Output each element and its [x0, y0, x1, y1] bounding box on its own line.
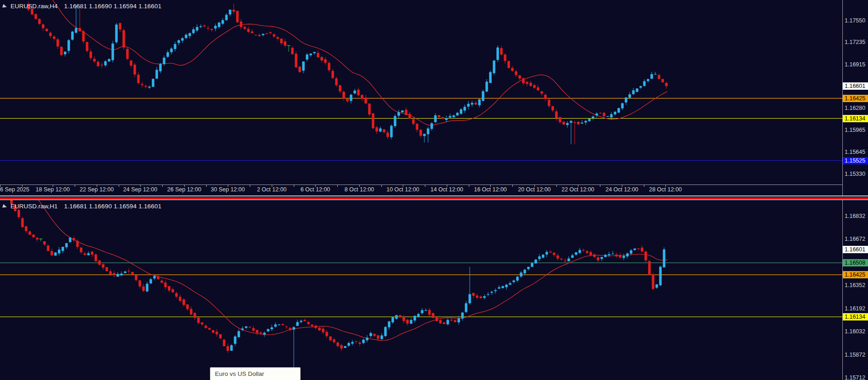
h1-chart-canvas[interactable] — [0, 200, 842, 380]
time-axis-tick — [315, 185, 316, 187]
time-axis-tick — [53, 185, 53, 187]
blue-level-price-label: 1.15525 — [843, 157, 868, 164]
time-axis-tick — [250, 185, 250, 187]
price-tick-label: 1.16832 — [843, 212, 868, 220]
time-axis-tick — [359, 185, 360, 187]
ma-line — [0, 200, 667, 341]
time-axis-label[interactable]: 18 Sep 12:00 — [36, 186, 70, 193]
price-scale-border[interactable] — [842, 0, 843, 380]
separator-white-line — [0, 200, 868, 200]
h4-chart-panel[interactable]: EURUSD.raw,H4 1.16681 1.16690 1.16594 1.… — [0, 0, 868, 195]
price-tick-label: 1.17235 — [843, 38, 868, 46]
price-tick-label: 1.15330 — [843, 170, 868, 178]
chart-window-separator[interactable] — [0, 195, 868, 200]
price-tick-label: 1.16032 — [843, 328, 868, 335]
price-tick-label: 1.16280 — [843, 104, 868, 112]
time-axis-label[interactable]: 16 Oct 12:00 — [474, 186, 507, 193]
price-tick-label: 1.15965 — [843, 126, 868, 134]
h1-ohlc-values: 1.16681 1.16690 1.16594 1.16601 — [64, 203, 162, 210]
time-axis-tick — [600, 185, 600, 187]
time-axis-tick — [403, 185, 403, 187]
price-tick-label: 1.16672 — [843, 235, 868, 243]
h4-symbol-timeframe-label: EURUSD.raw,H4 — [11, 3, 58, 10]
time-axis-tick — [381, 185, 382, 187]
time-axis-label[interactable]: 28 Oct 12:00 — [649, 186, 682, 193]
time-axis-tick — [490, 185, 491, 187]
time-axis-tick — [425, 185, 425, 187]
time-axis-tick — [22, 185, 22, 187]
time-axis-label[interactable]: 26 Sep 12:00 — [167, 186, 201, 193]
time-axis-tick — [294, 185, 294, 187]
yellow-level-price-label: 1.16134 — [843, 313, 868, 320]
time-axis-label[interactable]: 6 Sep 2025 — [0, 186, 29, 193]
time-axis-label[interactable]: 24 Sep 12:00 — [123, 186, 157, 193]
current-price-price-label: 1.16601 — [843, 82, 868, 90]
time-axis-tick — [75, 185, 75, 187]
time-axis-tick — [447, 185, 447, 187]
time-axis-tick — [469, 185, 469, 187]
candles-layer — [10, 200, 665, 369]
time-axis-label[interactable]: 2 Oct 12:00 — [257, 186, 287, 193]
h4-ohlc-values: 1.16681 1.16690 1.16594 1.16601 — [64, 3, 162, 10]
price-tick-label: 1.17550 — [843, 17, 868, 24]
time-axis-tick — [0, 185, 0, 187]
time-axis-tick — [665, 185, 666, 187]
time-axis-tick — [119, 185, 119, 187]
candles-layer — [27, 1, 668, 144]
time-axis-tick — [512, 185, 513, 187]
time-axis-label[interactable]: 22 Oct 12:00 — [561, 186, 594, 193]
time-axis-tick — [644, 185, 644, 187]
green-level-price-label: 1.16508 — [843, 259, 868, 266]
time-axis-label[interactable]: 8 Oct 12:00 — [345, 186, 374, 193]
price-tick-label: 1.16915 — [843, 61, 868, 68]
time-axis-label[interactable]: 22 Sep 12:00 — [80, 186, 114, 193]
time-axis-label[interactable]: 24 Oct 12:00 — [605, 186, 638, 193]
trading-app-window: EURUSD.raw,H4 1.16681 1.16690 1.16594 1.… — [0, 0, 868, 380]
yellow-level-price-label: 1.16134 — [843, 115, 868, 122]
level-lines-layer — [0, 263, 842, 317]
price-tick-label: 1.15645 — [843, 148, 868, 156]
level-lines-layer — [0, 98, 842, 161]
h4-chart-title: EURUSD.raw,H4 1.16681 1.16690 1.16594 1.… — [3, 3, 161, 10]
time-axis-tick — [578, 185, 578, 187]
time-axis-tick — [272, 185, 272, 187]
orange-level-price-label: 1.16425 — [843, 271, 868, 278]
h1-chart-panel[interactable]: EURUSD.raw,H1 1.16681 1.16690 1.16594 1.… — [0, 200, 868, 380]
time-axis-tick — [556, 185, 557, 187]
price-tick-label: 1.15712 — [843, 374, 868, 380]
h1-symbol-timeframe-label: EURUSD.raw,H1 — [11, 203, 58, 210]
time-axis-label[interactable]: 20 Oct 12:00 — [518, 186, 551, 193]
h1-chart-title: EURUSD.raw,H1 1.16681 1.16690 1.16594 1.… — [3, 203, 161, 210]
price-tick-label: 1.16352 — [843, 282, 868, 289]
time-axis-label[interactable]: 6 Oct 12:00 — [301, 186, 330, 193]
current-price-price-label: 1.16601 — [843, 246, 868, 253]
time-axis-label[interactable]: 10 Oct 12:00 — [386, 186, 419, 193]
time-axis-tick — [140, 185, 141, 187]
time-axis-line — [0, 185, 842, 185]
tooltip-symbol-description: Euro vs US Dollar — [215, 370, 296, 377]
time-axis-tick — [162, 185, 163, 187]
ma-line — [0, 0, 667, 125]
time-axis-tick — [184, 185, 185, 187]
time-axis-tick — [97, 185, 97, 187]
time-axis-label[interactable]: 30 Sep 12:00 — [211, 186, 245, 193]
symbol-tooltip: Euro vs US Dollar ユーロ/米ドル 1.16601 — [210, 367, 301, 380]
chart-objects-arrow-icon[interactable] — [2, 4, 7, 8]
time-axis-label[interactable]: 14 Oct 12:00 — [430, 186, 463, 193]
orange-level-price-label: 1.16425 — [843, 95, 868, 102]
time-axis-tick — [206, 185, 207, 187]
time-axis-tick — [228, 185, 228, 187]
time-axis-tick — [534, 185, 535, 187]
price-tick-label: 1.15872 — [843, 351, 868, 358]
chart-objects-arrow-icon[interactable] — [2, 204, 7, 208]
h4-chart-canvas[interactable] — [0, 0, 842, 195]
time-axis-tick — [622, 185, 622, 187]
price-tick-label: 1.16192 — [843, 305, 868, 312]
time-axis-tick — [337, 185, 338, 187]
